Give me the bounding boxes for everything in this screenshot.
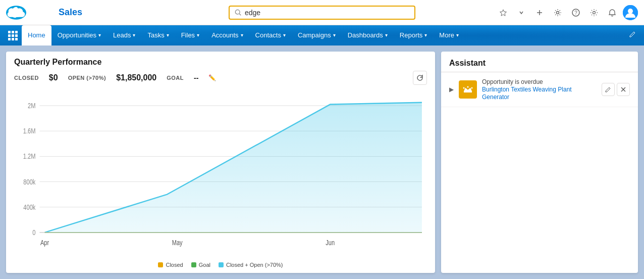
refresh-icon bbox=[416, 74, 423, 81]
close-action-btn[interactable] bbox=[617, 83, 630, 96]
legend-closed: Closed bbox=[158, 262, 183, 268]
search-wrap bbox=[229, 6, 415, 20]
nav-reports[interactable]: Reports ▾ bbox=[394, 25, 434, 45]
nav-opportunities[interactable]: Opportunities ▾ bbox=[51, 25, 107, 45]
open-label: OPEN (>70%) bbox=[68, 75, 106, 81]
search-box bbox=[229, 6, 415, 20]
chevron-icon: ▾ bbox=[167, 32, 169, 38]
edit-action-btn[interactable] bbox=[602, 83, 615, 96]
assistant-panel: Assistant ▶ Opportunity is overdue Burli… bbox=[441, 52, 638, 273]
chevron-icon: ▾ bbox=[456, 32, 459, 38]
top-nav: ☁ Sales ? bbox=[0, 0, 644, 25]
svg-text:400k: 400k bbox=[23, 204, 36, 211]
chevron-down-icon bbox=[519, 10, 524, 15]
open-dot bbox=[219, 262, 224, 267]
app-menu-btn[interactable] bbox=[4, 31, 22, 40]
nav-home[interactable]: Home bbox=[22, 25, 51, 45]
pencil-icon bbox=[629, 31, 636, 38]
opportunity-icon-wrap bbox=[459, 80, 477, 99]
chevron-icon: ▾ bbox=[241, 32, 243, 38]
nav-leads[interactable]: Leads ▾ bbox=[107, 25, 141, 45]
chevron-icon: ▾ bbox=[385, 32, 388, 38]
svg-text:1.2M: 1.2M bbox=[23, 153, 36, 160]
chart-area: 2M 1.6M 1.2M 800k 400k 0 bbox=[6, 89, 435, 258]
open-label-legend: Closed + Open (>70%) bbox=[226, 262, 283, 268]
svg-point-2 bbox=[235, 10, 240, 14]
setup-icon-btn[interactable] bbox=[550, 5, 565, 20]
metrics-row: CLOSED $0 OPEN (>70%) $1,850,000 GOAL --… bbox=[6, 67, 435, 89]
plus-icon bbox=[535, 9, 544, 17]
grid-icon bbox=[8, 31, 18, 40]
svg-text:1.6M: 1.6M bbox=[23, 127, 36, 135]
svg-text:0: 0 bbox=[32, 229, 35, 237]
svg-text:2M: 2M bbox=[28, 102, 35, 110]
nav-edit-btn[interactable] bbox=[625, 31, 640, 40]
goal-label-legend: Goal bbox=[199, 262, 210, 268]
nav-tasks[interactable]: Tasks ▾ bbox=[141, 25, 175, 45]
svg-point-7 bbox=[557, 11, 559, 14]
nav-accounts[interactable]: Accounts ▾ bbox=[205, 25, 249, 45]
user-avatar bbox=[623, 5, 638, 20]
avatar[interactable] bbox=[623, 5, 638, 20]
nav-contacts[interactable]: Contacts ▾ bbox=[249, 25, 292, 45]
gear-icon bbox=[590, 9, 598, 17]
notifications-btn[interactable] bbox=[605, 5, 620, 20]
svg-marker-30 bbox=[464, 88, 472, 91]
close-icon bbox=[620, 86, 626, 92]
nav-more[interactable]: More ▾ bbox=[433, 25, 465, 45]
svg-point-34 bbox=[471, 87, 473, 89]
chevron-icon: ▾ bbox=[424, 32, 427, 38]
legend-row: Closed Goal Closed + Open (>70%) bbox=[6, 258, 435, 273]
crown-icon bbox=[463, 84, 473, 95]
pencil-edit-icon bbox=[605, 86, 611, 92]
nav-files[interactable]: Files ▾ bbox=[175, 25, 205, 45]
performance-chart: 2M 1.6M 1.2M 800k 400k 0 bbox=[14, 93, 427, 258]
panel-header: Quarterly Performance bbox=[6, 52, 435, 67]
goal-edit-icon[interactable]: ✏️ bbox=[208, 74, 216, 81]
help-btn[interactable]: ? bbox=[568, 5, 583, 20]
add-btn[interactable] bbox=[532, 5, 547, 20]
search-input[interactable] bbox=[245, 9, 409, 17]
assistant-title: Assistant bbox=[441, 52, 638, 72]
svg-point-10 bbox=[593, 11, 596, 14]
chevron-icon: ▾ bbox=[333, 32, 336, 38]
search-icon bbox=[235, 9, 242, 16]
panel-title: Quarterly Performance bbox=[14, 58, 101, 66]
svg-text:Apr: Apr bbox=[40, 239, 49, 247]
svg-text:?: ? bbox=[574, 10, 577, 16]
svg-marker-25 bbox=[45, 103, 422, 232]
chevron-icon: ▾ bbox=[197, 32, 199, 38]
refresh-btn[interactable] bbox=[413, 71, 427, 85]
favorites-btn[interactable] bbox=[496, 5, 511, 20]
settings-btn[interactable] bbox=[586, 5, 602, 20]
sf-logo bbox=[6, 6, 26, 20]
open-value: $1,850,000 bbox=[116, 73, 156, 82]
svg-line-3 bbox=[239, 14, 241, 15]
closed-label-legend: Closed bbox=[166, 262, 183, 268]
nav-campaigns[interactable]: Campaigns ▾ bbox=[292, 25, 342, 45]
app-name: Sales bbox=[59, 7, 82, 18]
chevron-icon: ▾ bbox=[98, 32, 101, 38]
svg-marker-4 bbox=[500, 10, 507, 16]
star-icon bbox=[499, 9, 507, 17]
nav-dashboards[interactable]: Dashboards ▾ bbox=[342, 25, 394, 45]
svg-text:Jun: Jun bbox=[326, 239, 335, 247]
opportunity-link[interactable]: Burlington Textiles Weaving Plant Genera… bbox=[482, 86, 572, 101]
nav-bar: Home Opportunities ▾ Leads ▾ Tasks ▾ Fil… bbox=[0, 25, 644, 45]
legend-open: Closed + Open (>70%) bbox=[219, 262, 283, 268]
quarterly-performance-panel: Quarterly Performance CLOSED $0 OPEN (>7… bbox=[6, 52, 435, 273]
main-content: Quarterly Performance CLOSED $0 OPEN (>7… bbox=[0, 45, 644, 279]
closed-label: CLOSED bbox=[14, 75, 39, 81]
goal-dot bbox=[191, 262, 196, 267]
opportunity-type: Opportunity is overdue bbox=[482, 78, 597, 85]
assistant-item: ▶ Opportunity is overdue Burlington Text… bbox=[441, 72, 638, 107]
bell-icon bbox=[608, 9, 616, 17]
help-icon: ? bbox=[572, 9, 580, 17]
goal-value: -- bbox=[194, 74, 198, 82]
assistant-text: Opportunity is overdue Burlington Textil… bbox=[482, 78, 597, 101]
expand-icon[interactable]: ▶ bbox=[449, 86, 454, 93]
favorites-list-btn[interactable] bbox=[514, 5, 529, 20]
legend-goal: Goal bbox=[191, 262, 210, 268]
svg-text:800k: 800k bbox=[23, 178, 36, 185]
closed-value: $0 bbox=[49, 73, 58, 82]
